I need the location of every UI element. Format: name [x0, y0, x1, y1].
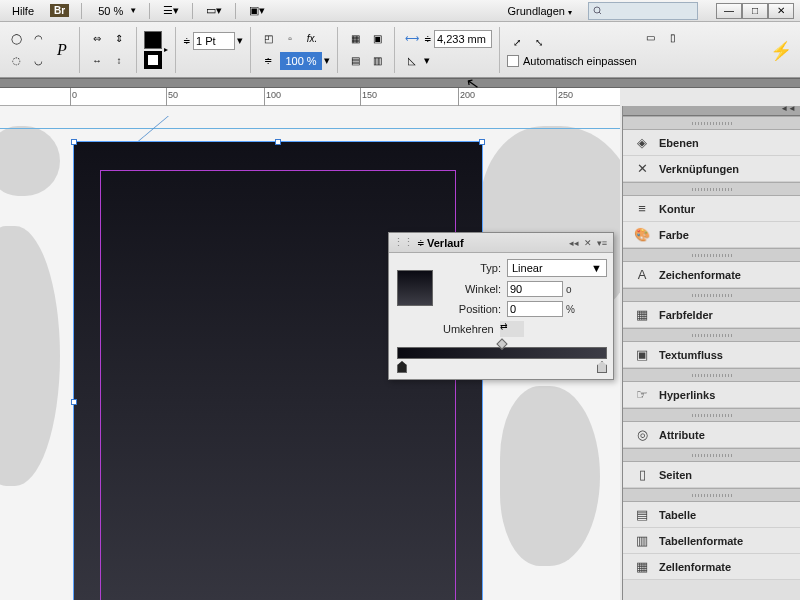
align-v-icon[interactable]: ↕ — [109, 51, 129, 71]
panel-dock: ◈Ebenen✕Verknüpfungen≡Kontur🎨FarbeAZeich… — [622, 106, 800, 600]
panel-label: Zellenformate — [659, 561, 731, 573]
selection-handle[interactable] — [71, 139, 77, 145]
text-wrap-jump-icon[interactable]: ▤ — [345, 51, 365, 71]
selection-handle[interactable] — [71, 399, 77, 405]
gradient-stop-start[interactable] — [397, 361, 407, 373]
frame-corner-icon[interactable]: ◺ — [402, 51, 422, 71]
arc-tool-icon[interactable]: ◠ — [28, 29, 48, 49]
panel-minimize-icon[interactable]: ◂◂ — [567, 237, 581, 249]
panel-farbfelder[interactable]: ▦Farbfelder — [623, 302, 800, 328]
gradient-midpoint[interactable] — [496, 338, 507, 349]
guide-line[interactable] — [0, 128, 620, 129]
text-wrap-none-icon[interactable]: ▦ — [345, 29, 365, 49]
frame-corner-dropdown[interactable]: ▾ — [424, 54, 430, 67]
ellipse-dashed-icon[interactable]: ◌ — [6, 51, 26, 71]
autofit-checkbox[interactable] — [507, 55, 519, 67]
fit-frame-icon[interactable]: ⤡ — [529, 33, 549, 53]
dock-collapse-bar[interactable] — [623, 106, 800, 116]
ellipse-tool-icon[interactable]: ◯ — [6, 29, 26, 49]
text-wrap-around-icon[interactable]: ▣ — [367, 29, 387, 49]
panel-farbe[interactable]: 🎨Farbe — [623, 222, 800, 248]
svg-line-1 — [599, 12, 601, 15]
panel-textumfluss[interactable]: ▣Textumfluss — [623, 342, 800, 368]
close-button[interactable]: ✕ — [768, 3, 794, 19]
gradient-type-select[interactable]: Linear▼ — [507, 259, 607, 277]
frame-stepper-icon[interactable]: ≑ — [424, 34, 432, 44]
quick-apply-icon[interactable]: ⚡ — [770, 40, 792, 62]
panel-seiten[interactable]: ▯Seiten — [623, 462, 800, 488]
align-h-icon[interactable]: ↔ — [87, 51, 107, 71]
view-options-icon[interactable]: ☰▾ — [162, 2, 180, 20]
horizontal-ruler[interactable]: 050100150200250 — [0, 88, 620, 106]
search-icon — [593, 6, 601, 16]
panel-title: Verlauf — [427, 237, 464, 249]
panel-tabelle[interactable]: ▤Tabelle — [623, 502, 800, 528]
menu-help[interactable]: Hilfe — [6, 3, 40, 19]
arc-dashed-icon[interactable]: ◡ — [28, 51, 48, 71]
gradient-ramp[interactable] — [397, 347, 607, 359]
maximize-button[interactable]: □ — [742, 3, 768, 19]
dock-group-separator — [623, 408, 800, 422]
angle-input[interactable] — [507, 281, 563, 297]
panel-zellenformate[interactable]: ▦Zellenformate — [623, 554, 800, 580]
panel-grip-icon[interactable]: ⋮⋮ — [393, 236, 413, 249]
frame-width-input[interactable]: 4,233 mm — [434, 30, 492, 48]
stroke-weight-dropdown[interactable]: ▾ — [237, 34, 243, 47]
panel-hyperlinks[interactable]: ☞Hyperlinks — [623, 382, 800, 408]
panel-titlebar[interactable]: ⋮⋮ ≑ Verlauf ◂◂ ✕ ▾≡ — [389, 233, 613, 253]
selection-handle[interactable] — [479, 139, 485, 145]
reverse-button[interactable]: ⇄ — [500, 321, 524, 337]
corner-icon[interactable]: ◰ — [258, 29, 278, 49]
selection-handle[interactable] — [275, 139, 281, 145]
stroke-swatch[interactable] — [144, 51, 162, 69]
stroke-stepper-icon[interactable]: ≑ — [183, 36, 191, 46]
center-content-icon[interactable]: ▭ — [641, 28, 661, 48]
workspace-switcher[interactable]: Grundlagen ▾ — [501, 3, 578, 19]
panel-tabellenformate[interactable]: ▥Tabellenformate — [623, 528, 800, 554]
dock-group-separator — [623, 116, 800, 130]
bridge-badge[interactable]: Br — [50, 4, 69, 17]
dock-group-separator — [623, 328, 800, 342]
attribute-icon: ◎ — [633, 427, 651, 443]
opacity-input[interactable]: 100 % — [280, 52, 322, 70]
distribute-h-icon[interactable]: ⇔ — [87, 29, 107, 49]
fill-swatch[interactable] — [144, 31, 162, 49]
opacity-stepper-icon[interactable]: ≑ — [258, 51, 278, 71]
text-wrap-below-icon[interactable]: ▥ — [367, 51, 387, 71]
position-unit: % — [566, 304, 575, 315]
panel-label: Verknüpfungen — [659, 163, 739, 175]
panel-verknuepfungen[interactable]: ✕Verknüpfungen — [623, 156, 800, 182]
panel-zeichenformate[interactable]: AZeichenformate — [623, 262, 800, 288]
reverse-label: Umkehren — [443, 323, 494, 335]
fx-icon[interactable]: fx. — [302, 29, 322, 49]
fit-content-icon[interactable]: ⤢ — [507, 33, 527, 53]
textumfluss-icon: ▣ — [633, 347, 651, 363]
paragraph-styles-icon[interactable]: P — [52, 40, 72, 60]
dock-group-separator — [623, 288, 800, 302]
stroke-weight-input[interactable]: 1 Pt — [193, 32, 235, 50]
panel-kontur[interactable]: ≡Kontur — [623, 196, 800, 222]
opacity-dropdown[interactable]: ▾ — [324, 54, 330, 67]
search-input[interactable] — [588, 2, 698, 20]
arrange-icon[interactable]: ▣▾ — [248, 2, 266, 20]
zoom-dropdown[interactable]: 50 %▼ — [94, 4, 137, 18]
panel-menu-icon[interactable]: ▾≡ — [595, 237, 609, 249]
position-input[interactable] — [507, 301, 563, 317]
angle-label: Winkel: — [443, 283, 501, 295]
tabelle-icon: ▤ — [633, 507, 651, 523]
panel-label: Ebenen — [659, 137, 699, 149]
minimize-button[interactable]: — — [716, 3, 742, 19]
distribute-v-icon[interactable]: ⇕ — [109, 29, 129, 49]
collapse-arrows-icon[interactable]: ≑ — [417, 238, 425, 248]
screen-mode-icon[interactable]: ▭▾ — [205, 2, 223, 20]
gradient-preview[interactable] — [397, 270, 433, 306]
gradient-stop-end[interactable] — [597, 361, 607, 373]
effects-icon[interactable]: ▫ — [280, 29, 300, 49]
panel-ebenen[interactable]: ◈Ebenen — [623, 130, 800, 156]
swap-swatch-arrow[interactable]: ▸ — [164, 45, 168, 54]
hyperlinks-icon: ☞ — [633, 387, 651, 403]
fill-frame-icon[interactable]: ▯ — [663, 28, 683, 48]
type-label: Typ: — [443, 262, 501, 274]
panel-attribute[interactable]: ◎Attribute — [623, 422, 800, 448]
panel-close-icon[interactable]: ✕ — [581, 237, 595, 249]
